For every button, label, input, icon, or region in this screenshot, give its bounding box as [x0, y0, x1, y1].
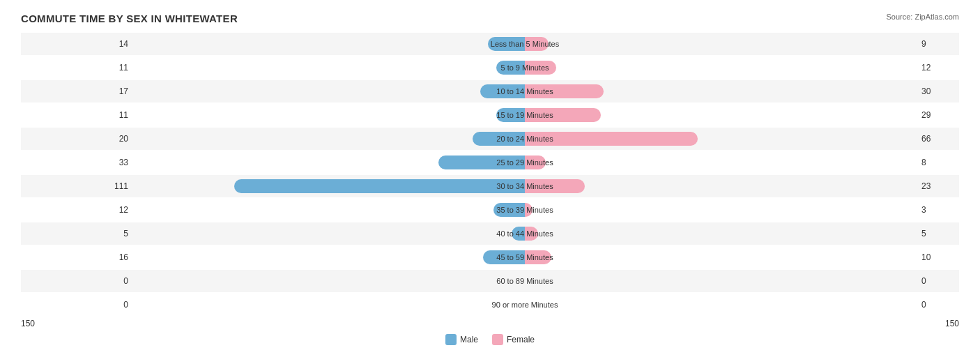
chart-container: COMMUTE TIME BY SEX IN WHITEWATER Source…	[0, 0, 980, 364]
chart-row: 1115 to 19 Minutes29	[21, 104, 959, 126]
male-bar-container	[132, 84, 525, 99]
male-value: 33	[21, 158, 132, 167]
bars-wrapper: 45 to 59 Minutes	[132, 246, 917, 268]
chart-row: 540 to 44 Minutes5	[21, 222, 959, 245]
male-bar-container	[132, 36, 525, 52]
male-value: 16	[21, 252, 132, 262]
bars-wrapper: 35 to 39 Minutes	[132, 199, 917, 221]
female-bar	[525, 37, 549, 51]
chart-area: 14Less than 5 Minutes9115 to 9 Minutes12…	[21, 33, 959, 316]
female-value: 12	[917, 63, 959, 73]
axis-left: 150	[21, 319, 35, 328]
female-label: Female	[507, 335, 535, 344]
bars-wrapper: 40 to 44 Minutes	[132, 222, 917, 245]
chart-row: 11130 to 34 Minutes23	[21, 175, 959, 197]
female-value: 30	[917, 86, 959, 96]
female-bar-container	[525, 297, 917, 312]
male-bar	[483, 250, 525, 264]
bars-wrapper: 5 to 9 Minutes	[132, 56, 917, 79]
legend-male: Male	[445, 334, 478, 345]
male-bar-container	[132, 202, 525, 218]
female-value: 9	[917, 39, 959, 49]
axis-labels: 150 150	[21, 319, 959, 328]
female-bar-container	[525, 273, 917, 289]
female-value: 3	[917, 205, 959, 215]
male-bar-container	[132, 297, 525, 312]
female-value: 66	[917, 134, 959, 144]
chart-row: 1235 to 39 Minutes3	[21, 199, 959, 221]
female-bar	[525, 203, 533, 217]
male-color-box	[445, 334, 457, 345]
female-bar	[525, 156, 546, 169]
male-bar-container	[132, 107, 525, 123]
chart-title: COMMUTE TIME BY SEX IN WHITEWATER	[21, 13, 959, 24]
male-value: 0	[21, 276, 132, 286]
bars-wrapper: 10 to 14 Minutes	[132, 80, 917, 103]
female-color-box	[492, 334, 503, 345]
legend: Male Female	[21, 334, 959, 345]
chart-row: 060 to 89 Minutes0	[21, 270, 959, 292]
male-value: 111	[21, 181, 132, 191]
chart-row: 14Less than 5 Minutes9	[21, 33, 959, 55]
male-value: 20	[21, 134, 132, 144]
male-bar	[480, 84, 525, 98]
female-bar-container	[525, 202, 917, 218]
male-value: 5	[21, 229, 132, 238]
male-bar	[473, 132, 525, 146]
source-label: Source: ZipAtlas.com	[886, 13, 959, 21]
female-bar-container	[525, 36, 917, 52]
female-value: 0	[917, 300, 959, 310]
male-value: 11	[21, 63, 132, 73]
bars-wrapper: 20 to 24 Minutes	[132, 128, 917, 150]
male-bar-container	[132, 179, 525, 194]
bars-wrapper: 25 to 29 Minutes	[132, 151, 917, 174]
female-bar	[525, 132, 698, 146]
female-value: 29	[917, 110, 959, 120]
female-bar-container	[525, 250, 917, 265]
female-bar-container	[525, 107, 917, 123]
female-bar	[525, 227, 538, 241]
male-value: 17	[21, 86, 132, 96]
female-value: 8	[917, 158, 959, 167]
male-bar	[488, 37, 525, 51]
female-bar-container	[525, 226, 917, 241]
chart-row: 1645 to 59 Minutes10	[21, 246, 959, 268]
female-bar-container	[525, 60, 917, 75]
female-value: 0	[917, 276, 959, 286]
male-bar-container	[132, 273, 525, 289]
chart-row: 2020 to 24 Minutes66	[21, 128, 959, 150]
bars-wrapper: 60 to 89 Minutes	[132, 270, 917, 292]
female-value: 5	[917, 229, 959, 238]
male-bar-container	[132, 155, 525, 170]
female-bar-container	[525, 84, 917, 99]
male-value: 11	[21, 110, 132, 120]
bars-wrapper: 15 to 19 Minutes	[132, 104, 917, 126]
female-bar	[525, 179, 585, 193]
male-bar	[512, 227, 525, 241]
female-value: 23	[917, 181, 959, 191]
chart-row: 3325 to 29 Minutes8	[21, 151, 959, 174]
male-bar	[496, 61, 525, 75]
male-value: 14	[21, 39, 132, 49]
legend-female: Female	[492, 334, 535, 345]
male-bar-container	[132, 60, 525, 75]
bars-wrapper: 30 to 34 Minutes	[132, 175, 917, 197]
male-label: Male	[460, 335, 478, 344]
male-bar	[493, 203, 525, 217]
axis-right: 150	[945, 319, 959, 328]
female-bar-container	[525, 155, 917, 170]
male-bar-container	[132, 250, 525, 265]
male-bar	[234, 179, 525, 193]
female-bar-container	[525, 179, 917, 194]
female-bar-container	[525, 131, 917, 146]
female-bar	[525, 108, 601, 122]
male-value: 0	[21, 300, 132, 310]
male-value: 12	[21, 205, 132, 215]
male-bar-container	[132, 226, 525, 241]
female-bar	[525, 84, 604, 98]
male-bar	[438, 156, 525, 169]
bars-wrapper: Less than 5 Minutes	[132, 33, 917, 55]
female-bar	[525, 61, 556, 75]
female-value: 10	[917, 252, 959, 262]
chart-row: 090 or more Minutes0	[21, 294, 959, 316]
